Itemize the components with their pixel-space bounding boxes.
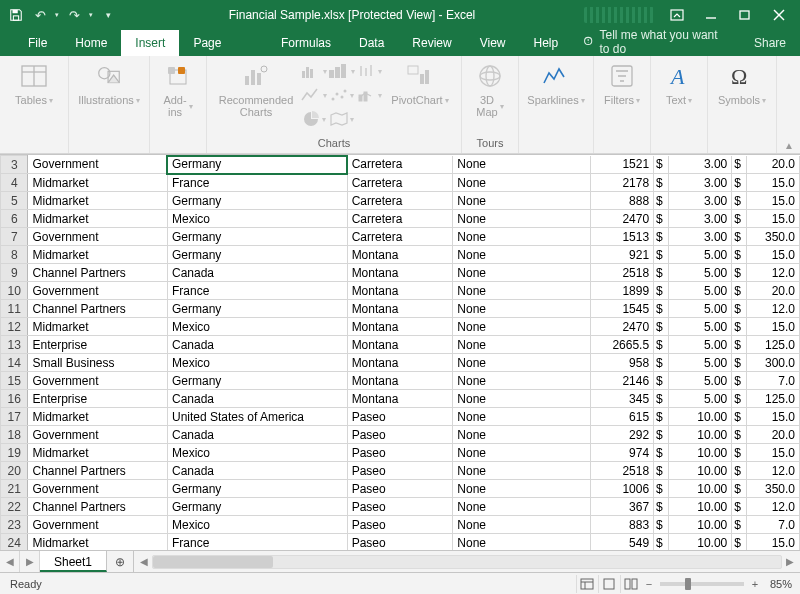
table-row[interactable]: 9Channel PartnersCanadaMontanaNone2518$5… — [1, 264, 800, 282]
cell[interactable]: $ — [732, 408, 747, 426]
cell[interactable]: $ — [654, 210, 669, 228]
cell[interactable]: 3.00 — [668, 192, 731, 210]
cell[interactable]: $ — [654, 300, 669, 318]
sparklines-button[interactable]: Sparklines▾ — [525, 60, 587, 108]
cell[interactable]: Channel Partners — [28, 300, 168, 318]
cell[interactable]: $ — [732, 174, 747, 192]
cell[interactable]: Government — [28, 516, 168, 534]
horizontal-scrollbar[interactable]: ◀ ▶ — [133, 551, 800, 572]
row-header[interactable]: 16 — [1, 390, 28, 408]
zoom-slider[interactable] — [660, 582, 744, 586]
cell[interactable]: 2178 — [590, 174, 653, 192]
table-row[interactable]: 23GovernmentMexicoPaseoNone883$10.00$7.0 — [1, 516, 800, 534]
cell[interactable]: Germany — [167, 480, 347, 498]
cell[interactable]: 350.0 — [747, 228, 800, 246]
cell[interactable]: $ — [732, 246, 747, 264]
cell[interactable]: $ — [732, 516, 747, 534]
cell[interactable]: None — [453, 156, 590, 174]
table-row[interactable]: 21GovernmentGermanyPaseoNone1006$10.00$3… — [1, 480, 800, 498]
cell[interactable]: $ — [654, 480, 669, 498]
table-row[interactable]: 14Small BusinessMexicoMontanaNone958$5.0… — [1, 354, 800, 372]
cell[interactable]: Paseo — [347, 498, 453, 516]
cell[interactable]: None — [453, 300, 590, 318]
tell-me-search[interactable]: Tell me what you want to do — [572, 28, 740, 56]
cell[interactable]: Paseo — [347, 444, 453, 462]
scroll-right-icon[interactable]: ▶ — [782, 556, 798, 567]
tab-review[interactable]: Review — [398, 30, 465, 56]
tab-file[interactable]: File — [14, 30, 61, 56]
normal-view-icon[interactable] — [576, 575, 598, 593]
cell[interactable]: 2518 — [590, 264, 653, 282]
worksheet-grid[interactable]: 3GovernmentGermanyCarreteraNone1521$3.00… — [0, 154, 800, 550]
add-sheet-icon[interactable]: ⊕ — [107, 551, 133, 572]
cell[interactable]: 20.0 — [747, 156, 800, 174]
cell[interactable]: 2518 — [590, 462, 653, 480]
cell[interactable]: 10.00 — [668, 480, 731, 498]
cell[interactable]: Midmarket — [28, 192, 168, 210]
cell[interactable]: $ — [654, 174, 669, 192]
cell[interactable]: Paseo — [347, 426, 453, 444]
cell[interactable]: $ — [654, 354, 669, 372]
cell[interactable]: Midmarket — [28, 444, 168, 462]
cell[interactable]: $ — [654, 390, 669, 408]
cell[interactable]: None — [453, 192, 590, 210]
row-header[interactable]: 19 — [1, 444, 28, 462]
cell[interactable]: $ — [654, 192, 669, 210]
line-chart-icon[interactable]: ▾ — [301, 84, 327, 106]
cell[interactable]: Enterprise — [28, 390, 168, 408]
cell[interactable]: 367 — [590, 498, 653, 516]
cell[interactable]: $ — [732, 444, 747, 462]
row-header[interactable]: 22 — [1, 498, 28, 516]
cell[interactable]: 921 — [590, 246, 653, 264]
cell[interactable]: $ — [732, 282, 747, 300]
cell[interactable]: Mexico — [167, 318, 347, 336]
cell[interactable]: Carretera — [347, 174, 453, 192]
tab-page-layout[interactable]: Page Layout — [179, 30, 267, 56]
cell[interactable]: None — [453, 318, 590, 336]
collapse-ribbon-icon[interactable]: ▲ — [784, 140, 794, 151]
cell[interactable]: $ — [654, 498, 669, 516]
cell[interactable]: 125.0 — [747, 390, 800, 408]
cell[interactable]: 883 — [590, 516, 653, 534]
cell[interactable]: Germany — [167, 228, 347, 246]
cell[interactable]: 15.0 — [747, 444, 800, 462]
cell[interactable]: $ — [732, 498, 747, 516]
cell[interactable]: Carretera — [347, 228, 453, 246]
addins-button[interactable]: Add- ins▾ — [156, 60, 200, 120]
table-row[interactable]: 15GovernmentGermanyMontanaNone2146$5.00$… — [1, 372, 800, 390]
sheet-tab[interactable]: Sheet1 — [40, 551, 107, 572]
cell[interactable]: 10.00 — [668, 534, 731, 551]
cell[interactable]: Channel Partners — [28, 498, 168, 516]
cell[interactable]: 15.0 — [747, 246, 800, 264]
cell[interactable]: 12.0 — [747, 498, 800, 516]
cell[interactable]: $ — [654, 444, 669, 462]
row-header[interactable]: 10 — [1, 282, 28, 300]
row-header[interactable]: 15 — [1, 372, 28, 390]
cell[interactable]: Government — [28, 372, 168, 390]
cell[interactable]: None — [453, 354, 590, 372]
table-row[interactable]: 20Channel PartnersCanadaPaseoNone2518$10… — [1, 462, 800, 480]
cell[interactable]: Paseo — [347, 480, 453, 498]
ribbon-options-icon[interactable] — [660, 3, 694, 27]
redo-dropdown-icon[interactable]: ▾ — [86, 3, 96, 27]
row-header[interactable]: 5 — [1, 192, 28, 210]
cell[interactable]: None — [453, 480, 590, 498]
row-header[interactable]: 17 — [1, 408, 28, 426]
3d-map-button[interactable]: 3D Map▾ — [468, 60, 512, 120]
cell[interactable]: $ — [654, 336, 669, 354]
row-header[interactable]: 24 — [1, 534, 28, 551]
cell[interactable]: 1899 — [590, 282, 653, 300]
tab-formulas[interactable]: Formulas — [267, 30, 345, 56]
table-row[interactable]: 7GovernmentGermanyCarreteraNone1513$3.00… — [1, 228, 800, 246]
cell[interactable]: 3.00 — [668, 228, 731, 246]
symbols-button[interactable]: Ω Symbols▾ — [714, 60, 770, 108]
cell[interactable]: 7.0 — [747, 516, 800, 534]
cell[interactable]: None — [453, 336, 590, 354]
cell[interactable]: $ — [732, 534, 747, 551]
cell[interactable]: Midmarket — [28, 318, 168, 336]
map-chart-icon[interactable]: ▾ — [329, 108, 355, 130]
cell[interactable]: Canada — [167, 390, 347, 408]
cell[interactable]: Paseo — [347, 516, 453, 534]
cell[interactable]: $ — [654, 282, 669, 300]
cell[interactable]: 2470 — [590, 210, 653, 228]
